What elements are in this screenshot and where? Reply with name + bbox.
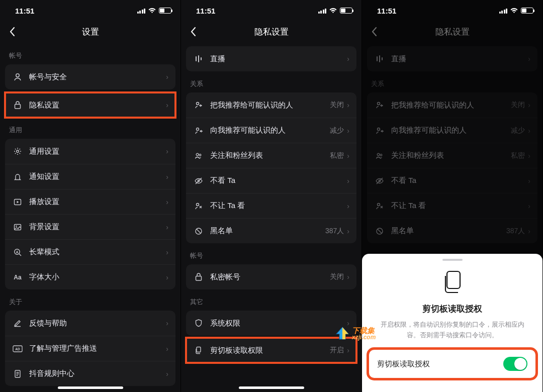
chevron-right-icon: ›	[166, 101, 168, 109]
row-notification[interactable]: 通知设置 ›	[5, 164, 175, 189]
watermark-site: xzji.com	[352, 334, 376, 340]
row-value: 关闭	[330, 272, 344, 281]
svg-rect-1	[15, 105, 21, 109]
row-ads[interactable]: AD 了解与管理广告推送 ›	[5, 336, 175, 361]
chevron-right-icon: ›	[166, 223, 168, 231]
row-sys-perm[interactable]: 系统权限 ›	[186, 311, 356, 336]
row-general[interactable]: 通用设置 ›	[5, 139, 175, 164]
status-icons	[137, 8, 172, 14]
chevron-right-icon: ›	[347, 101, 349, 109]
row-elder-mode[interactable]: A 长辈模式 ›	[5, 239, 175, 264]
row-label: 播放设置	[29, 197, 166, 207]
svg-rect-18	[196, 276, 202, 281]
section-relation: 关系	[181, 71, 361, 92]
list-live: 直播 ›	[186, 46, 356, 71]
row-recommend-to-me[interactable]: 向我推荐可能认识的人 减少 ›	[186, 118, 356, 143]
row-label: 通用设置	[29, 147, 166, 156]
list-relation: 把我推荐给可能认识的人 关闭 › 向我推荐可能认识的人 减少 › 关注和粉丝列表…	[186, 92, 356, 243]
row-playback[interactable]: 播放设置 ›	[5, 189, 175, 214]
row-not-see-ta[interactable]: 不看 Ta ›	[186, 168, 356, 193]
row-follow-list[interactable]: 关注和粉丝列表 私密 ›	[186, 143, 356, 168]
back-button[interactable]	[190, 27, 196, 37]
wifi-icon	[510, 8, 518, 14]
row-label: 隐私设置	[29, 101, 166, 110]
row-font-size[interactable]: Aa 字体大小 ›	[5, 264, 175, 289]
svg-point-12	[197, 128, 199, 130]
row-value: 开启	[330, 346, 344, 355]
row-label: 直播	[210, 54, 347, 64]
row-privacy-highlighted[interactable]: 隐私设置 ›	[5, 92, 175, 118]
chevron-right-icon: ›	[347, 202, 349, 210]
svg-point-16	[197, 203, 199, 206]
row-label: 字体大小	[29, 272, 166, 282]
row-account-security[interactable]: 帐号与安全 ›	[5, 64, 175, 89]
row-private-account[interactable]: 私密帐号 关闭 ›	[186, 264, 356, 289]
row-label: 不看 Ta	[210, 176, 347, 185]
chevron-right-icon: ›	[347, 127, 349, 135]
row-value: 关闭	[330, 101, 344, 110]
toggle-label: 剪切板读取授权	[377, 359, 430, 369]
chevron-right-icon: ›	[347, 227, 349, 235]
bell-icon	[12, 172, 23, 181]
row-label: 长辈模式	[29, 247, 166, 257]
svg-point-11	[197, 103, 199, 105]
chevron-right-icon: ›	[347, 177, 349, 185]
status-icons	[318, 8, 353, 14]
row-recommend-me[interactable]: 把我推荐给可能认识的人 关闭 ›	[186, 92, 356, 118]
section-account: 帐号	[181, 243, 361, 264]
image-icon	[12, 223, 23, 232]
users-icon	[193, 151, 204, 160]
chevron-right-icon: ›	[166, 345, 168, 353]
cellular-icon	[499, 8, 508, 14]
lock-icon	[12, 101, 23, 110]
row-background[interactable]: 背景设置 ›	[5, 214, 175, 239]
chevron-right-icon: ›	[166, 248, 168, 256]
row-rules[interactable]: 抖音规则中心 ›	[5, 361, 175, 386]
user-recv-icon	[193, 126, 204, 135]
row-label: 私密帐号	[210, 272, 330, 282]
ad-icon: AD	[12, 345, 23, 352]
sheet-title: 剪切板读取授权	[362, 303, 542, 315]
row-live[interactable]: 直播 ›	[186, 46, 356, 71]
status-bar: 11:51	[181, 0, 361, 20]
clipboard-large-icon	[439, 269, 466, 296]
row-clipboard-highlighted[interactable]: 剪切板读取权限 开启 ›	[186, 338, 356, 363]
sheet-grabber[interactable]	[442, 259, 463, 261]
home-indicator[interactable]	[239, 386, 304, 389]
gear-icon	[12, 147, 23, 156]
wifi-icon	[329, 8, 337, 14]
status-bar: 11:51	[0, 0, 180, 20]
row-label: 向我推荐可能认识的人	[210, 126, 330, 135]
chevron-right-icon: ›	[166, 370, 168, 378]
list-account: 私密帐号 关闭 ›	[186, 264, 356, 289]
battery-icon	[340, 8, 352, 14]
arrow-icon	[335, 326, 350, 341]
font-icon: Aa	[12, 274, 23, 281]
row-label: 把我推荐给可能认识的人	[210, 101, 330, 110]
navbar: 设置	[0, 20, 180, 43]
page-title: 隐私设置	[254, 26, 289, 38]
screen-settings: 11:51 设置 帐号 帐号与安全 › 隐私设置 › 通用 通用设置 ›	[0, 0, 181, 392]
row-blacklist[interactable]: 黑名单 387人 ›	[186, 218, 356, 243]
status-icons	[499, 8, 534, 14]
chevron-right-icon: ›	[166, 273, 168, 281]
home-indicator[interactable]	[58, 386, 123, 389]
row-feedback[interactable]: 反馈与帮助 ›	[5, 311, 175, 336]
row-value: 减少	[330, 126, 344, 135]
list-account: 帐号与安全 ›	[5, 64, 175, 89]
chevron-right-icon: ›	[347, 273, 349, 281]
chevron-right-icon: ›	[166, 73, 168, 81]
row-ta-not-see[interactable]: 不让 Ta 看 ›	[186, 193, 356, 218]
status-time: 11:51	[377, 7, 396, 15]
wifi-icon	[148, 8, 156, 14]
clipboard-toggle[interactable]	[503, 357, 527, 371]
eye-off-icon	[193, 176, 204, 185]
navbar: 隐私设置	[181, 20, 361, 43]
section-general: 通用	[0, 118, 180, 139]
section-other: 其它	[181, 289, 361, 311]
cellular-icon	[318, 8, 327, 14]
svg-rect-19	[197, 347, 201, 352]
chevron-right-icon: ›	[347, 346, 349, 354]
back-button[interactable]	[9, 27, 15, 37]
chevron-right-icon: ›	[347, 55, 349, 63]
